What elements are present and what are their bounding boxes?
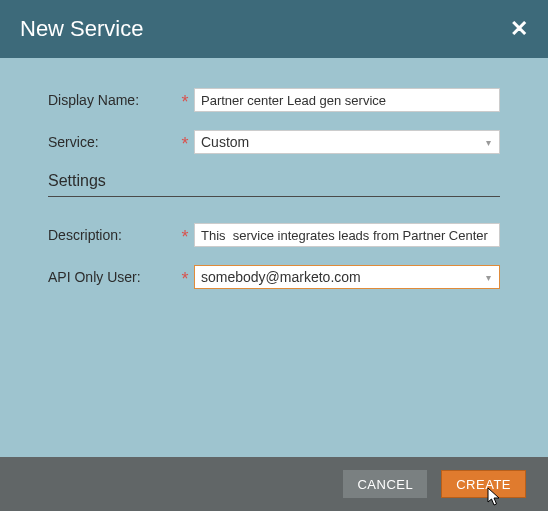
cancel-button[interactable]: CANCEL — [343, 470, 427, 498]
label-api-user: API Only User: — [48, 269, 178, 285]
dialog-body: Display Name: * Service: * Custom ▾ Sett… — [0, 58, 548, 457]
chevron-down-icon: ▾ — [486, 272, 491, 283]
api-user-select[interactable]: somebody@marketo.com ▾ — [194, 265, 500, 289]
create-button[interactable]: CREATE — [441, 470, 526, 498]
required-marker: * — [178, 135, 192, 153]
chevron-down-icon: ▾ — [486, 137, 491, 148]
settings-heading: Settings — [48, 172, 500, 197]
display-name-input[interactable] — [194, 88, 500, 112]
row-display-name: Display Name: * — [48, 88, 500, 112]
row-description: Description: * — [48, 223, 500, 247]
field-api-user: somebody@marketo.com ▾ — [194, 265, 500, 289]
label-description: Description: — [48, 227, 178, 243]
service-select[interactable]: Custom ▾ — [194, 130, 500, 154]
api-user-select-value: somebody@marketo.com — [201, 269, 361, 285]
row-api-user: API Only User: * somebody@marketo.com ▾ — [48, 265, 500, 289]
required-marker: * — [178, 270, 192, 288]
field-display-name — [194, 88, 500, 112]
new-service-dialog: New Service ✕ Display Name: * Service: *… — [0, 0, 548, 511]
field-description — [194, 223, 500, 247]
dialog-header: New Service ✕ — [0, 0, 548, 58]
service-select-value: Custom — [201, 134, 249, 150]
required-marker: * — [178, 228, 192, 246]
close-icon[interactable]: ✕ — [510, 18, 528, 40]
label-service: Service: — [48, 134, 178, 150]
dialog-title: New Service — [20, 16, 143, 42]
label-display-name: Display Name: — [48, 92, 178, 108]
required-marker: * — [178, 93, 192, 111]
description-input[interactable] — [194, 223, 500, 247]
dialog-footer: CANCEL CREATE — [0, 457, 548, 511]
row-service: Service: * Custom ▾ — [48, 130, 500, 154]
field-service: Custom ▾ — [194, 130, 500, 154]
